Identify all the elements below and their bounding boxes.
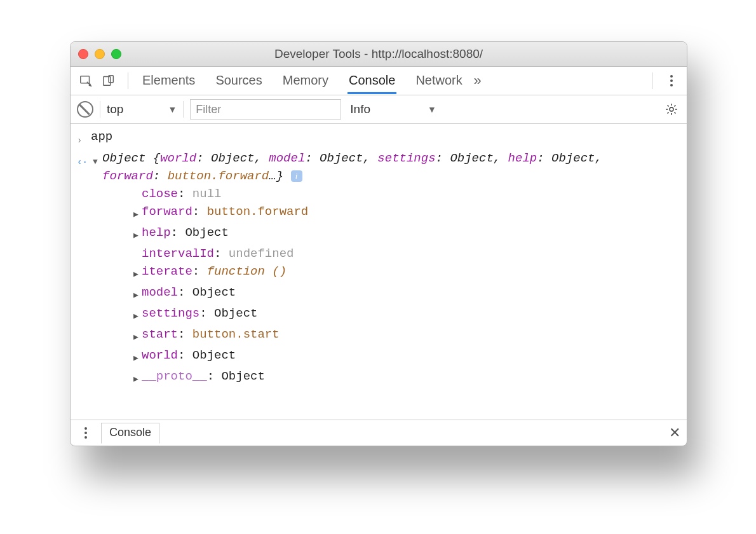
- inspect-element-icon[interactable]: [77, 72, 95, 90]
- object-property-row[interactable]: ▶settings: Object: [132, 305, 687, 325]
- log-level-label: Info: [350, 102, 370, 116]
- property-key: settings: [142, 305, 199, 322]
- drawer-tab-console[interactable]: Console: [101, 423, 159, 444]
- tab-elements[interactable]: Elements: [141, 68, 196, 93]
- clear-console-icon[interactable]: [77, 101, 93, 118]
- property-value: Object: [185, 224, 228, 242]
- expand-toggle-icon[interactable]: ▶: [132, 203, 140, 224]
- property-value: Object: [221, 367, 264, 385]
- console-input-echo: › app: [77, 128, 687, 149]
- property-key: help: [142, 224, 171, 242]
- info-badge-icon[interactable]: i: [291, 170, 302, 182]
- property-value: Object: [214, 305, 257, 322]
- devtools-window: Developer Tools - http://localhost:8080/…: [70, 41, 687, 446]
- context-selector-label: top: [107, 102, 123, 116]
- filter-input[interactable]: [190, 99, 341, 120]
- object-property-row[interactable]: ▶start: button.start: [132, 325, 687, 346]
- expand-toggle-icon[interactable]: ▶: [132, 305, 140, 325]
- tab-label: Elements: [142, 73, 195, 87]
- property-key: model: [142, 284, 178, 301]
- object-property-row: close: null: [132, 185, 687, 203]
- device-toolbar-icon[interactable]: [100, 72, 118, 90]
- property-value: null: [192, 185, 222, 203]
- svg-rect-1: [104, 77, 111, 86]
- window-controls: [78, 49, 121, 59]
- property-value: undefined: [229, 245, 294, 263]
- chevron-down-icon: ▼: [428, 104, 436, 114]
- tab-memory[interactable]: Memory: [281, 68, 330, 93]
- context-selector[interactable]: top ▼: [107, 102, 177, 116]
- property-value: function (): [207, 263, 287, 280]
- tab-label: Network: [415, 73, 462, 87]
- property-value: Object: [192, 284, 236, 301]
- object-property-row[interactable]: ▶help: Object: [132, 224, 687, 245]
- expand-toggle-icon[interactable]: ▼: [91, 149, 100, 171]
- more-tabs-icon[interactable]: »: [469, 72, 487, 90]
- object-summary-row[interactable]: ▼ Object {world: Object, model: Object, …: [91, 149, 687, 185]
- tab-network[interactable]: Network: [414, 68, 463, 93]
- object-property-row[interactable]: ▶iterate: function (): [132, 263, 687, 284]
- object-properties: close: null▶forward: button.forward▶help…: [132, 185, 687, 388]
- gear-icon[interactable]: [663, 100, 680, 118]
- object-property-row: intervalId: undefined: [132, 245, 687, 263]
- tab-label: Console: [349, 73, 395, 87]
- panel-tabs: Elements Sources Memory Console Network: [141, 68, 464, 93]
- expand-toggle-icon[interactable]: ▶: [132, 367, 140, 388]
- tab-label: Sources: [215, 73, 262, 87]
- svg-point-3: [670, 107, 673, 111]
- close-window-button[interactable]: [78, 49, 88, 59]
- property-value: Object: [192, 346, 236, 364]
- expand-toggle-icon[interactable]: ▶: [132, 346, 140, 367]
- output-marker-icon: ‹·: [77, 149, 87, 171]
- close-drawer-icon[interactable]: ✕: [669, 425, 680, 441]
- property-key: start: [142, 325, 178, 343]
- tab-label: Memory: [283, 73, 328, 87]
- property-value: button.start: [192, 325, 280, 343]
- object-property-row[interactable]: ▶__proto__: Object: [132, 367, 687, 388]
- titlebar: Developer Tools - http://localhost:8080/: [71, 42, 687, 67]
- toolbar: Elements Sources Memory Console Network …: [71, 67, 687, 95]
- settings-menu-icon[interactable]: [663, 75, 680, 86]
- property-key: intervalId: [142, 245, 214, 263]
- console-output: › app ‹· ▼ Object {world: Object, model:…: [71, 124, 687, 420]
- drawer-tab-label: Console: [109, 426, 151, 439]
- property-key: iterate: [142, 263, 192, 280]
- window-title: Developer Tools - http://localhost:8080/: [71, 47, 687, 61]
- zoom-window-button[interactable]: [111, 49, 121, 59]
- svg-rect-0: [81, 76, 90, 83]
- minimize-window-button[interactable]: [95, 49, 105, 59]
- object-summary: Object {world: Object, model: Object, se…: [102, 149, 611, 185]
- expand-toggle-icon[interactable]: ▶: [132, 325, 140, 346]
- input-text: app: [91, 128, 112, 146]
- tab-console[interactable]: Console: [348, 68, 396, 94]
- console-toolbar: top ▼ Info ▼: [71, 95, 687, 124]
- expand-toggle-icon[interactable]: ▶: [132, 263, 140, 284]
- object-property-row[interactable]: ▶forward: button.forward: [132, 203, 687, 224]
- object-property-row[interactable]: ▶world: Object: [132, 346, 687, 367]
- log-level-selector[interactable]: Info ▼: [350, 102, 436, 116]
- property-value: button.forward: [207, 203, 309, 221]
- expand-toggle-icon[interactable]: ▶: [132, 224, 140, 245]
- expand-toggle-icon[interactable]: ▶: [132, 284, 140, 305]
- property-key: world: [142, 346, 178, 364]
- input-marker-icon: ›: [77, 128, 87, 149]
- drawer: Console ✕: [71, 420, 687, 446]
- expand-toggle-icon: [132, 245, 140, 248]
- console-result: ‹· ▼ Object {world: Object, model: Objec…: [77, 149, 687, 388]
- drawer-menu-icon[interactable]: [77, 427, 95, 439]
- property-key: close: [142, 185, 178, 203]
- tab-sources[interactable]: Sources: [214, 68, 263, 93]
- object-property-row[interactable]: ▶model: Object: [132, 284, 687, 305]
- expand-toggle-icon: [132, 185, 140, 188]
- property-key: __proto__: [142, 367, 207, 385]
- chevron-down-icon: ▼: [168, 104, 177, 114]
- property-key: forward: [142, 203, 192, 221]
